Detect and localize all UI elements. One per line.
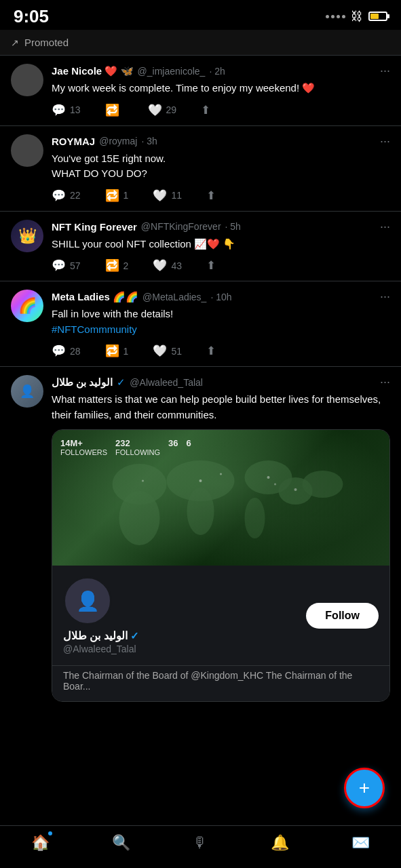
reply-action[interactable]: 💬 22 — [52, 189, 81, 203]
reply-action[interactable]: 💬 57 — [52, 258, 81, 273]
like-action[interactable]: 🤍 29 — [148, 103, 177, 117]
svg-point-1 — [119, 491, 160, 545]
svg-point-11 — [274, 484, 276, 486]
verified-icon: ✓ — [117, 376, 126, 389]
more-icon[interactable]: ··· — [380, 64, 390, 78]
svg-point-7 — [245, 498, 265, 538]
tweet-actions: 💬 57 🔁 2 🤍 43 ⬆ — [52, 258, 390, 273]
card-bottom: 👤 الوليد بن طلال ✓ @Alwaleed_Talal Follo… — [52, 566, 389, 665]
retweet-action[interactable]: 🔁 1 — [105, 344, 129, 358]
tweet-actions: 💬 22 🔁 1 🤍 11 ⬆ — [52, 189, 390, 203]
main-content: 9:05 ⛓ ↗ Promoted Jae Nicole ❤️ 🦋 @_ — [0, 0, 401, 771]
like-icon: 🤍 — [153, 189, 167, 203]
tweet-text: You've got 15E right now.WHAT DO YOU DO? — [52, 151, 390, 182]
svg-point-6 — [303, 471, 343, 498]
tweet-name: ROYMAJ — [52, 136, 95, 147]
avatar: 👑 — [11, 220, 43, 252]
more-icon[interactable]: ··· — [380, 134, 390, 149]
share-icon: ⬆ — [206, 189, 216, 203]
retweet-action[interactable]: 🔁 — [105, 103, 123, 117]
nav-home[interactable]: 🏠 — [31, 834, 50, 852]
card-username: الوليد بن طلال ✓ — [63, 629, 139, 642]
tweet-header: Meta Ladies 🌈🌈 @MetaLadies_ · 10h ··· — [52, 290, 390, 304]
retweet-action[interactable]: 🔁 1 — [105, 189, 129, 203]
compose-button[interactable]: + — [344, 768, 385, 808]
tweet-time: · 3h — [141, 136, 157, 146]
share-action[interactable]: ⬆ — [206, 258, 216, 273]
tweet-row: 🌈 Meta Ladies 🌈🌈 @MetaLadies_ · 10h ··· … — [0, 281, 401, 367]
like-action[interactable]: 🤍 11 — [153, 189, 182, 203]
tweet-text: Fall in love with the details!#NFTCommmu… — [52, 307, 390, 337]
share-icon: ⬆ — [206, 258, 216, 273]
map-stats: 14M+ FOLLOWERS 232 FOLLOWING 36 6 — [60, 438, 191, 456]
tweet-header: ROYMAJ @roymaj · 3h ··· — [52, 134, 390, 149]
card-bio-section: The Chairman of the Board of @Kingdom_KH… — [52, 665, 389, 701]
promoted-banner: ↗ Promoted — [0, 30, 401, 56]
retweet-count: 1 — [123, 346, 129, 357]
avatar — [11, 64, 43, 96]
share-icon: ⬆ — [201, 103, 210, 117]
tweet-time: · 5h — [225, 221, 241, 232]
tweet-text: What matters is that we can help people … — [52, 392, 390, 422]
promoted-icon: ↗ — [11, 37, 19, 48]
reply-action[interactable]: 💬 13 — [52, 103, 81, 117]
notification-dot — [48, 831, 52, 835]
link-icon: ⛓ — [351, 9, 363, 24]
more-icon[interactable]: ··· — [380, 290, 390, 304]
svg-point-13 — [294, 488, 297, 491]
avatar: 👤 — [11, 375, 43, 408]
share-action[interactable]: ⬆ — [206, 344, 216, 358]
tweet-text: My work week is complete. Time to enjoy … — [52, 81, 390, 96]
retweet-action[interactable]: 🔁 2 — [105, 258, 129, 273]
tweet-row: 👤 الوليد بن طلال ✓ @Alwaleed_Talal ··· W… — [0, 367, 401, 717]
nav-messages[interactable]: ✉️ — [351, 834, 370, 852]
tweet-header: Jae Nicole ❤️ 🦋 @_imjaenicole_ · 2h ··· — [52, 64, 390, 78]
tweet-time: · 2h — [209, 66, 225, 77]
more-icon[interactable]: ··· — [380, 375, 390, 389]
svg-point-9 — [220, 473, 222, 475]
retweet-icon: 🔁 — [105, 189, 119, 203]
tweet-actions: 💬 28 🔁 1 🤍 51 ⬆ — [52, 344, 390, 358]
reply-icon: 💬 — [52, 344, 66, 358]
reply-icon: 💬 — [52, 189, 66, 203]
spaces-icon: 🎙 — [193, 834, 208, 852]
reply-action[interactable]: 💬 28 — [52, 344, 81, 358]
like-action[interactable]: 🤍 51 — [153, 344, 182, 358]
avatar: 🌈 — [11, 290, 43, 322]
tweet-name: Jae Nicole ❤️ 🦋 — [52, 65, 134, 77]
tweet-handle: @_imjaenicole_ — [138, 66, 206, 77]
svg-point-8 — [199, 479, 202, 482]
nav-notifications[interactable]: 🔔 — [271, 834, 289, 852]
svg-point-12 — [142, 480, 144, 482]
home-icon: 🏠 — [31, 834, 50, 852]
tweet-actions: 💬 13 🔁 🤍 29 ⬆ — [52, 103, 390, 117]
share-action[interactable]: ⬆ — [206, 189, 216, 203]
retweet-icon: 🔁 — [105, 258, 119, 273]
share-action[interactable]: ⬆ — [201, 103, 210, 117]
nav-search[interactable]: 🔍 — [112, 834, 130, 852]
status-icons: ⛓ — [326, 9, 387, 24]
avatar — [11, 134, 43, 167]
promoted-text: Promoted — [24, 37, 69, 48]
tweet-header: الوليد بن طلال ✓ @Alwaleed_Talal ··· — [52, 375, 390, 389]
like-count: 43 — [171, 260, 182, 271]
tweet-handle: @MetaLadies_ — [142, 292, 206, 302]
like-action[interactable]: 🤍 43 — [153, 258, 182, 273]
follow-button[interactable]: Follow — [306, 603, 379, 629]
hashtag-link[interactable]: #NFTCommmunity — [52, 323, 137, 335]
card-map: 14M+ FOLLOWERS 232 FOLLOWING 36 6 — [52, 430, 389, 566]
reply-count: 22 — [70, 190, 81, 201]
share-icon: ⬆ — [206, 344, 216, 358]
more-icon[interactable]: ··· — [380, 220, 390, 234]
tweet-header: NFT King Forever @NFTKingForever · 5h ··… — [52, 220, 390, 234]
reply-icon: 💬 — [52, 103, 66, 117]
reply-count: 57 — [70, 260, 81, 271]
tweet-handle: @Alwaleed_Talal — [130, 377, 203, 388]
tweet-row: Jae Nicole ❤️ 🦋 @_imjaenicole_ · 2h ··· … — [0, 56, 401, 126]
search-icon: 🔍 — [112, 834, 130, 852]
card-handle: @Alwaleed_Talal — [63, 644, 139, 654]
status-time: 9:05 — [14, 6, 49, 27]
like-count: 51 — [171, 346, 182, 357]
nav-spaces[interactable]: 🎙 — [193, 834, 208, 852]
tweet-name: NFT King Forever — [52, 221, 137, 233]
